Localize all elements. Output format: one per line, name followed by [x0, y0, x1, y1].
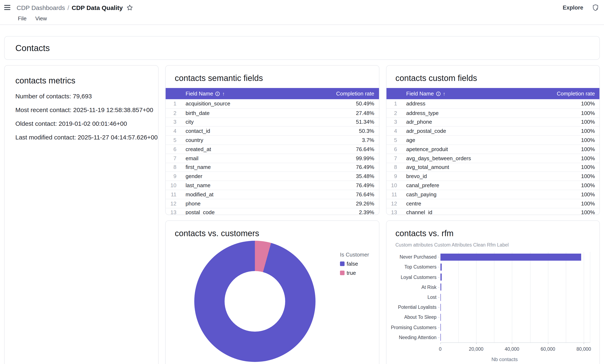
category-tick [438, 297, 440, 298]
topbar: CDP Dashboards / CDP Data Quality Explor… [0, 0, 604, 22]
info-icon[interactable] [215, 91, 220, 96]
donut-chart[interactable] [194, 241, 315, 362]
bar[interactable] [440, 274, 441, 281]
axis-tick [476, 342, 477, 344]
column-header-completion-rate[interactable]: Completion rate [557, 90, 595, 97]
table-row[interactable]: 7email99.99% [166, 154, 379, 163]
table-row[interactable]: 1acquisition_source50.49% [166, 99, 379, 108]
row-number: 8 [386, 164, 397, 170]
category-tick [438, 317, 440, 318]
completion-rate-cell: 100% [581, 209, 595, 215]
table-row[interactable]: 3adr_phone100% [386, 117, 599, 126]
table-row[interactable]: 8avg_total_amount100% [386, 163, 599, 172]
completion-rate-cell: 76.64% [356, 191, 374, 198]
completion-rate-cell: 100% [581, 146, 595, 152]
field-name-cell: birth_date [186, 110, 210, 116]
legend-item[interactable]: true [340, 270, 369, 276]
row-number: 3 [386, 119, 397, 125]
table-row[interactable]: 1address100% [386, 99, 599, 108]
page-title: CDP Data Quality [72, 4, 123, 11]
table-row[interactable]: 4contact_id50.3% [166, 126, 379, 136]
table-row[interactable]: 9gender35.48% [166, 172, 379, 181]
axis-tick-label: 20,000 [469, 347, 483, 351]
explore-button[interactable]: Explore [563, 4, 583, 11]
breadcrumb-separator: / [67, 4, 69, 11]
field-name-cell: gender [186, 173, 202, 179]
field-name-cell: cash_paying [406, 191, 437, 198]
shield-gear-icon[interactable] [592, 4, 599, 11]
gridline [566, 252, 566, 342]
gridline [494, 252, 494, 342]
app: CDP Dashboards / CDP Data Quality Explor… [0, 0, 604, 364]
completion-rate-cell: 29.26% [356, 200, 374, 206]
menu-file[interactable]: File [18, 15, 26, 22]
completion-rate-cell: 27.48% [356, 110, 374, 116]
row-number: 12 [166, 200, 176, 206]
table-row[interactable]: 11cash_paying100% [386, 190, 599, 199]
table-row[interactable]: 6created_at76.64% [166, 144, 379, 154]
bar[interactable] [440, 294, 441, 301]
contacts-vs-rfm-panel: contacts vs. rfm Custom attributes Custo… [386, 220, 600, 364]
axis-tick [548, 342, 548, 344]
completion-rate-cell: 100% [581, 164, 595, 170]
category-tick [438, 307, 440, 308]
table-row[interactable]: 6apetence_produit100% [386, 144, 599, 154]
table-row[interactable]: 7avg_days_between_orders100% [386, 154, 599, 163]
category-tick [438, 277, 440, 277]
field-name-cell: brevo_id [406, 173, 427, 179]
table-row[interactable]: 10canal_prefere100% [386, 181, 599, 190]
column-header-field-name[interactable]: Field Name ↑ [406, 90, 445, 97]
completion-rate-cell: 76.49% [356, 182, 374, 188]
table-row[interactable]: 11modified_at76.64% [166, 190, 379, 199]
completion-rate-cell: 100% [581, 137, 595, 143]
favorite-star-icon[interactable] [126, 4, 133, 11]
breadcrumb: CDP Dashboards / CDP Data Quality [17, 4, 123, 11]
gridline [548, 252, 548, 342]
donut-legend-items: falsetrue [340, 261, 369, 276]
bar[interactable] [440, 284, 441, 291]
row-number: 7 [386, 155, 397, 161]
bar[interactable] [440, 334, 441, 341]
table-row[interactable]: 2address_type100% [386, 108, 599, 117]
completion-rate-cell: 50.49% [356, 101, 374, 107]
category-label: Lost [428, 295, 437, 300]
bar[interactable] [440, 253, 581, 261]
field-name-cell: apetence_produit [406, 146, 448, 152]
table-row[interactable]: 10last_name76.49% [166, 181, 379, 190]
table-row[interactable]: 5country3.7% [166, 135, 379, 144]
row-number: 6 [386, 146, 397, 152]
row-number: 5 [386, 137, 397, 143]
category-tick [438, 287, 440, 288]
breadcrumb-root-link[interactable]: CDP Dashboards [17, 4, 65, 11]
table-row[interactable]: 13channel_id100% [386, 208, 599, 215]
bar[interactable] [440, 264, 441, 271]
column-header-completion-rate[interactable]: Completion rate [336, 90, 374, 97]
gridline [512, 252, 513, 342]
row-number: 4 [386, 128, 397, 134]
bar[interactable] [440, 314, 441, 321]
donut-legend: Is Customer falsetrue [340, 251, 369, 276]
table-row[interactable]: 4adr_postal_code100% [386, 126, 599, 136]
column-header-field-name[interactable]: Field Name ↑ [186, 90, 225, 97]
table-row[interactable]: 3city51.34% [166, 117, 379, 126]
table-row[interactable]: 13postal_code2.39% [166, 208, 379, 215]
table-row[interactable]: 9brevo_id100% [386, 172, 599, 181]
axis-tick-label: 40,000 [505, 347, 519, 351]
row-number: 5 [166, 137, 176, 143]
table-row[interactable]: 12centre100% [386, 199, 599, 208]
legend-item[interactable]: false [340, 261, 369, 267]
contacts-metrics-panel: contacts metrics Number of contacts: 79,… [4, 65, 159, 364]
table-row[interactable]: 2birth_date27.48% [166, 108, 379, 117]
table-row[interactable]: 8first_name76.49% [166, 163, 379, 172]
menu-view[interactable]: View [35, 15, 47, 22]
bar[interactable] [440, 324, 441, 331]
field-name-cell: address_type [406, 110, 439, 116]
table-row[interactable]: 12phone29.26% [166, 199, 379, 208]
table-row[interactable]: 5age100% [386, 135, 599, 144]
field-name-cell: canal_prefere [406, 182, 439, 188]
bar[interactable] [440, 304, 441, 311]
info-icon[interactable] [436, 91, 441, 96]
field-name-cell: country [186, 137, 203, 143]
category-label: Needing Attention [399, 335, 437, 340]
hamburger-menu-icon[interactable] [4, 5, 10, 10]
